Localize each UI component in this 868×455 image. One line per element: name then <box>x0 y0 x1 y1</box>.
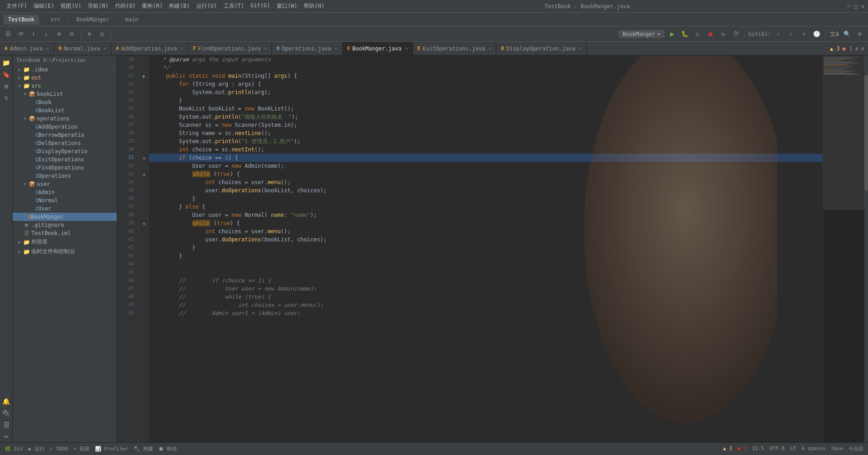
sidebar-item-findoperations[interactable]: C FindOperations <box>13 164 117 172</box>
file-tab-displayoperation[interactable]: D DisplayOperation.java ✕ <box>496 42 586 55</box>
menu-tools[interactable]: 工具(T) <box>221 1 247 11</box>
status-lang[interactable]: Java <box>831 445 843 452</box>
menu-refactor[interactable]: 重构(R) <box>139 1 165 11</box>
vcs-icon[interactable]: ⌥ <box>1 93 12 104</box>
sidebar-item-idea[interactable]: ▶ 📁 .idea <box>13 65 117 74</box>
status-linesep[interactable]: LF <box>790 445 796 452</box>
menu-bar[interactable]: 文件(F) 编辑(E) 视图(V) 导航(N) 代码(O) 重构(R) 构建(B… <box>4 1 327 11</box>
close-displayop-tab[interactable]: ✕ <box>579 46 582 51</box>
expand-idea[interactable]: ▶ <box>16 67 23 72</box>
file-tab-operations[interactable]: O Operations.java ✕ <box>272 42 342 55</box>
toolbar-up[interactable]: ↑ <box>28 29 39 40</box>
file-tab-normal[interactable]: N Normal.java ✕ <box>54 42 111 55</box>
breadcrumb-main[interactable]: main <box>120 15 143 25</box>
breadcrumb-project[interactable]: TestBook <box>4 15 39 25</box>
git-history[interactable]: 🕐 <box>811 29 822 40</box>
sidebar-item-admin[interactable]: C Admin <box>13 188 117 196</box>
toolbar-sync[interactable]: ⟳ <box>15 29 26 40</box>
menu-view[interactable]: 视图(V) <box>58 1 84 11</box>
sidebar-item-displayoperatio[interactable]: C DisplayOperatio <box>13 147 117 155</box>
status-todo[interactable]: ✓ TODO <box>50 446 68 452</box>
status-run[interactable]: ▶ 运行 <box>29 445 45 452</box>
close-btn[interactable]: ✕ <box>861 3 864 10</box>
gutter-run-21[interactable]: ▶ <box>139 72 149 80</box>
git-checkmark-1[interactable]: ✓ <box>773 29 784 40</box>
status-build[interactable]: 🔨 构建 <box>134 445 153 452</box>
status-end[interactable]: ⏹ 终结 <box>159 445 177 452</box>
sidebar-item-operations-pkg[interactable]: ▼ 📦 operations <box>13 115 117 123</box>
status-rollback[interactable]: ↩ 回滚 <box>74 445 90 452</box>
translate-btn[interactable]: 文A <box>829 29 840 40</box>
menu-code[interactable]: 代码(O) <box>112 1 139 11</box>
project-selector[interactable]: BookManger ▾ <box>618 30 665 38</box>
menu-help[interactable]: 帮助(H) <box>301 1 327 11</box>
expand-user-pkg[interactable]: ▼ <box>22 182 28 186</box>
sidebar-item-operations-iface[interactable]: I Operations <box>13 172 117 180</box>
scroll-down-btn[interactable]: ∨ <box>861 45 864 52</box>
sidebar-item-user-pkg[interactable]: ▼ 📦 user <box>13 180 117 188</box>
stop-btn[interactable]: ■ <box>705 29 716 40</box>
menu-git[interactable]: Git(G) <box>248 1 273 11</box>
sidebar-item-addoperation[interactable]: C AddOperation <box>13 123 117 131</box>
toolbar-settings[interactable]: ⚙ <box>54 29 65 40</box>
sidebar-item-user-class[interactable]: C User <box>13 205 117 213</box>
close-findops-tab[interactable]: ✕ <box>264 46 267 51</box>
plugins-icon[interactable]: 🔌 <box>1 408 12 419</box>
close-addop-tab[interactable]: ✕ <box>181 46 184 51</box>
status-encoding[interactable]: UTF-8 <box>769 445 784 452</box>
close-normal-tab[interactable]: ✕ <box>104 46 106 51</box>
project-icon[interactable]: 📁 <box>1 57 12 68</box>
status-indent[interactable]: 4 spaces <box>802 445 826 452</box>
sidebar-item-extlibs[interactable]: ▶ 📁 外部库 <box>13 237 117 247</box>
menu-window[interactable]: 窗口(W) <box>274 1 300 11</box>
bookmarks-icon[interactable]: 🔖 <box>1 69 12 80</box>
sidebar-item-tempfiles[interactable]: ▶ 📁 临时文件和控制台 <box>13 247 117 256</box>
expand-src[interactable]: ▼ <box>16 84 23 88</box>
minimap[interactable] <box>823 55 868 442</box>
sidebar-item-gitignore[interactable]: ⚙ .gitignore <box>13 221 117 229</box>
toolbar-collapse[interactable]: ⊟ <box>66 29 77 40</box>
expand-operations-pkg[interactable]: ▼ <box>22 116 28 121</box>
status-profiler[interactable]: 📊 Profiler <box>95 446 129 452</box>
debug-btn[interactable]: 🐛 <box>679 29 690 40</box>
menu-file[interactable]: 文件(F) <box>4 1 30 11</box>
toolbar-down[interactable]: ↓ <box>41 29 52 40</box>
menu-navigate[interactable]: 导航(N) <box>85 1 111 11</box>
sidebar-item-src[interactable]: ▼ 📁 src <box>13 82 117 90</box>
expand-booklist-pkg[interactable]: ▼ <box>22 92 28 96</box>
expand-extlibs[interactable]: ▶ <box>16 240 23 245</box>
maximize-btn[interactable]: □ <box>854 3 858 10</box>
git-arrow[interactable]: ↗ <box>798 29 809 40</box>
breadcrumb-bookmanager[interactable]: BookManger <box>72 15 114 25</box>
menu-build[interactable]: 构建(B) <box>166 1 193 11</box>
code-editor[interactable]: * @param args the input arguments */ pub… <box>149 55 823 442</box>
database-icon[interactable]: 🗄 <box>1 420 12 430</box>
git-checkmark-2[interactable]: ✓ <box>786 29 797 40</box>
vertical-scrollbar-thumb[interactable] <box>864 75 868 191</box>
timer-btn[interactable]: ⏱ <box>730 29 741 40</box>
menu-edit[interactable]: 编辑(E) <box>31 1 57 11</box>
structure-icon[interactable]: ⊞ <box>1 81 12 92</box>
file-tab-addoperation[interactable]: A AddOperation.java ✕ <box>111 42 188 55</box>
toolbar-unknown1[interactable]: ≡ <box>84 29 95 40</box>
expand-tempfiles[interactable]: ▶ <box>16 250 23 254</box>
status-git[interactable]: 🌿 Git <box>5 446 23 452</box>
menu-run[interactable]: 运行(U) <box>194 1 220 11</box>
sidebar-item-normal[interactable]: C Normal <box>13 196 117 205</box>
scroll-up-btn[interactable]: ∧ <box>855 45 858 52</box>
sidebar-item-exitoperations[interactable]: C ExitOperations <box>13 155 117 164</box>
breadcrumb-src[interactable]: src <box>46 15 65 25</box>
file-tab-exitoperations[interactable]: E ExitOperations.java ✕ <box>413 42 497 55</box>
minimize-btn[interactable]: ─ <box>847 3 850 10</box>
reload-btn[interactable]: ↻ <box>718 29 728 40</box>
sidebar-item-iml[interactable]: ☰ TestBook.iml <box>13 229 117 237</box>
expand-out[interactable]: ▶ <box>16 75 23 80</box>
close-operations-tab[interactable]: ✕ <box>334 46 337 51</box>
file-tab-admin[interactable]: A Admin.java ✕ <box>0 42 54 55</box>
sidebar-item-deloperations[interactable]: C DelOperations <box>13 139 117 147</box>
run-with-coverage[interactable]: ▷ <box>692 29 703 40</box>
run-btn[interactable]: ▶ <box>667 29 678 40</box>
settings-btn[interactable]: ⚙ <box>854 29 865 40</box>
sidebar-item-borrowoperation[interactable]: C BorrowOperatio <box>13 131 117 139</box>
file-tab-bookmanager[interactable]: B BookManger.java ✕ <box>343 42 413 55</box>
